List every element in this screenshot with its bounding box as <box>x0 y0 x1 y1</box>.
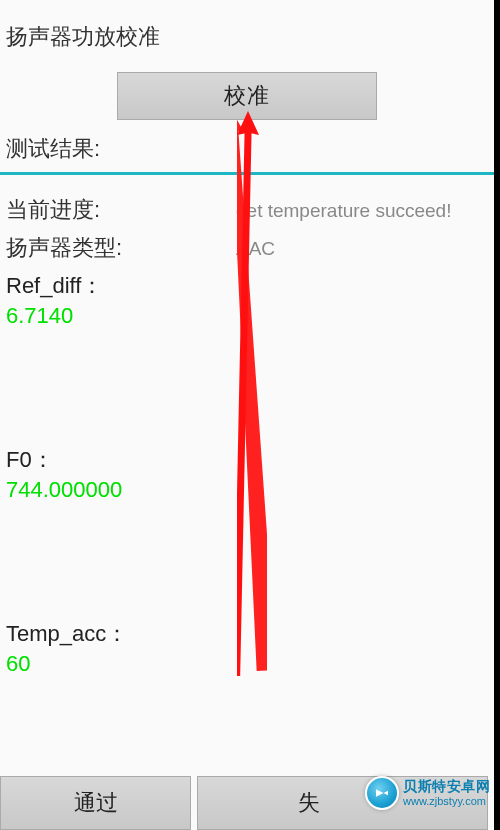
f0-block: F0： 744.000000 <box>0 441 494 503</box>
speaker-type-value: AAC <box>236 238 275 260</box>
speaker-type-label: 扬声器类型: <box>6 233 236 263</box>
f0-value: 744.000000 <box>6 477 488 503</box>
test-result-label: 测试结果: <box>0 132 494 170</box>
progress-row: 当前进度: get temperature succeed! <box>0 191 494 229</box>
calibrate-button[interactable]: 校准 <box>117 72 377 120</box>
progress-value: get temperature succeed! <box>236 200 451 222</box>
ref-diff-label: Ref_diff： <box>6 271 488 301</box>
ref-diff-value: 6.7140 <box>6 303 488 329</box>
pass-button[interactable]: 通过 <box>0 776 191 830</box>
temp-acc-block: Temp_acc： 60 <box>0 615 494 677</box>
speaker-type-row: 扬声器类型: AAC <box>0 229 494 267</box>
footer-bar: 通过 失 <box>0 776 488 830</box>
page-title: 扬声器功放校准 <box>0 0 494 62</box>
temp-acc-label: Temp_acc： <box>6 619 488 649</box>
temp-acc-value: 60 <box>6 651 488 677</box>
f0-label: F0： <box>6 445 488 475</box>
ref-diff-block: Ref_diff： 6.7140 <box>0 267 494 329</box>
progress-label: 当前进度: <box>6 195 236 225</box>
fail-button[interactable]: 失 <box>197 776 488 830</box>
